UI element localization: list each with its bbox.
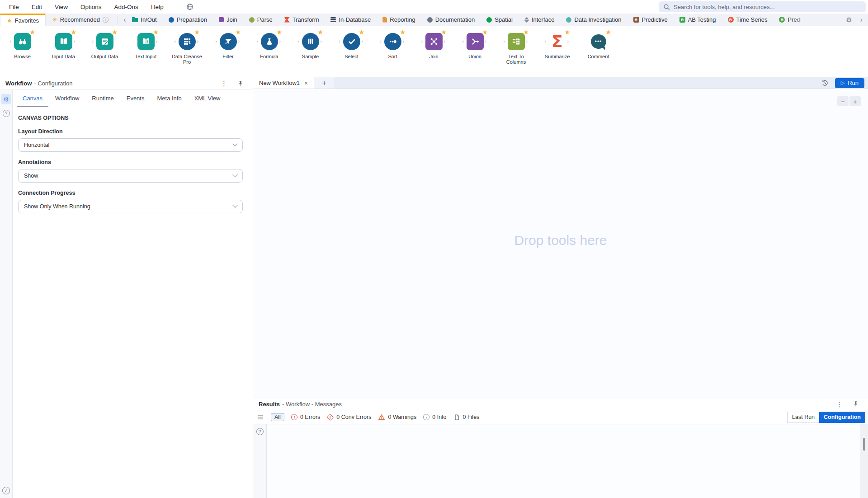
favorite-star-icon[interactable]: ★ xyxy=(276,29,282,35)
pin-icon[interactable] xyxy=(237,80,244,87)
favorite-star-icon[interactable]: ★ xyxy=(112,29,118,35)
pin-icon[interactable] xyxy=(853,401,859,407)
tab-preparation[interactable]: Preparation xyxy=(169,16,207,23)
annotations-select[interactable]: Show xyxy=(18,169,243,183)
tab-favorites[interactable]: ★ Favorites xyxy=(0,14,46,26)
info-icon: i xyxy=(423,414,429,420)
tool-summarize[interactable]: ★ › Σ › Summarize xyxy=(537,26,578,77)
tab-canvas[interactable]: Canvas xyxy=(17,91,48,107)
tab-interface[interactable]: Interface xyxy=(524,16,555,23)
favorite-star-icon[interactable]: ★ xyxy=(29,29,35,35)
recommended-info-icon[interactable]: i xyxy=(103,17,108,23)
tab-xml-view[interactable]: XML View xyxy=(189,91,226,107)
tool-text-to-columns[interactable]: ★ › › Text To Columns xyxy=(495,26,537,77)
tab-data-investigation[interactable]: Data Investigation xyxy=(566,16,621,23)
connection-progress-select[interactable]: Show Only When Running xyxy=(18,200,243,213)
tool-label: Select xyxy=(344,54,359,59)
last-run-button[interactable]: Last Run xyxy=(787,412,819,423)
tab-runtime[interactable]: Runtime xyxy=(86,91,119,107)
tool-join[interactable]: ★ › › Join xyxy=(413,26,454,77)
tool-output-data[interactable]: ★ › › Output Data xyxy=(84,26,125,77)
panel-menu-kebab-icon[interactable]: ⋮ xyxy=(836,401,843,408)
validation-check-icon[interactable]: ✓ xyxy=(2,487,10,494)
favorite-star-icon[interactable]: ★ xyxy=(523,29,529,35)
tool-union[interactable]: ★ › › Union xyxy=(454,26,495,77)
menu-help[interactable]: Help xyxy=(151,4,164,10)
favorite-star-icon[interactable]: ★ xyxy=(605,29,611,35)
favorite-star-icon[interactable]: ★ xyxy=(194,29,200,35)
favorite-star-icon[interactable]: ★ xyxy=(359,29,364,35)
tab-meta-info[interactable]: Meta Info xyxy=(151,91,187,107)
filter-all-button[interactable]: All xyxy=(271,413,284,421)
palette-settings-gear-icon[interactable]: ⚙ xyxy=(846,16,852,24)
layout-direction-select[interactable]: Horizontal xyxy=(18,138,243,152)
tool-comment[interactable]: ★ › ••• › Comment xyxy=(578,26,619,77)
tool-formula[interactable]: ★ › › Formula xyxy=(249,26,290,77)
menu-addons[interactable]: Add-Ons xyxy=(114,4,138,10)
new-tab-button[interactable]: + xyxy=(314,77,334,89)
documentation-circle-icon xyxy=(427,17,433,23)
tab-recommended[interactable]: ☀ Recommended i xyxy=(46,14,115,26)
scroll-right-icon[interactable]: › xyxy=(858,16,865,23)
configuration-gear-icon[interactable]: ⚙ xyxy=(1,94,11,104)
filter-files-button[interactable]: 0 Files xyxy=(453,414,480,421)
tab-events[interactable]: Events xyxy=(121,91,151,107)
tab-spatial[interactable]: Spatial xyxy=(486,16,513,23)
menu-edit[interactable]: Edit xyxy=(32,4,42,10)
zoom-out-button[interactable]: − xyxy=(837,96,849,106)
zoom-in-button[interactable]: + xyxy=(849,96,861,106)
tool-select[interactable]: ★ › › Select xyxy=(331,26,372,77)
filter-warnings-button[interactable]: 0 Warnings xyxy=(378,413,416,421)
tab-transform[interactable]: Transform xyxy=(284,16,319,23)
tool-browse[interactable]: ★ › › Browse xyxy=(2,26,43,77)
filter-info-button[interactable]: i 0 Info xyxy=(423,414,446,420)
favorite-star-icon[interactable]: ★ xyxy=(564,29,570,35)
workflow-canvas[interactable]: − + Drop tools here xyxy=(253,89,868,398)
configuration-view-button[interactable]: Configuration xyxy=(819,412,865,423)
results-messages-area[interactable] xyxy=(267,424,868,498)
tool-data-cleanse-pro[interactable]: ★ › › Data Cleanse Pro xyxy=(166,26,208,77)
favorite-star-icon[interactable]: ★ xyxy=(482,29,488,35)
results-help-icon[interactable]: ? xyxy=(256,428,264,435)
tool-filter[interactable]: ★ › › Filter xyxy=(208,26,249,77)
tab-ab-testing[interactable]: RAB Testing xyxy=(679,16,716,23)
tab-documentation[interactable]: Documentation xyxy=(427,16,475,23)
favorite-star-icon[interactable]: ★ xyxy=(400,29,406,35)
tab-join[interactable]: Join xyxy=(219,16,237,23)
scroll-left-icon[interactable]: ‹ xyxy=(121,16,128,23)
tab-predi-truncated[interactable]: RPredi xyxy=(779,16,801,23)
version-history-icon[interactable] xyxy=(821,79,829,87)
tab-indatabase[interactable]: In-Database xyxy=(330,16,371,23)
menu-file[interactable]: File xyxy=(9,4,19,10)
favorite-star-icon[interactable]: ★ xyxy=(235,29,241,35)
menu-view[interactable]: View xyxy=(55,4,68,10)
tool-text-input[interactable]: ★ › › Text Input xyxy=(125,26,166,77)
scrollbar-thumb[interactable] xyxy=(863,438,865,451)
favorite-star-icon[interactable]: ★ xyxy=(153,29,159,35)
workflow-tab[interactable]: New Workflow1 × xyxy=(253,77,314,89)
filter-conv-errors-button[interactable]: ! 0 Conv Errors xyxy=(327,414,371,420)
tool-sort[interactable]: ★ › › Sort xyxy=(372,26,413,77)
message-list-icon[interactable] xyxy=(257,413,264,421)
tab-predictive[interactable]: RPredictive xyxy=(633,16,668,23)
tab-inout[interactable]: In/Out xyxy=(132,16,156,23)
search-input[interactable]: Search for tools, help, and resources... xyxy=(659,1,866,12)
tab-reporting[interactable]: Reporting xyxy=(382,16,415,23)
tab-parse[interactable]: Parse xyxy=(249,16,273,23)
tool-label: Union xyxy=(468,54,481,59)
run-button[interactable]: ▷ Run xyxy=(835,78,864,88)
menu-options[interactable]: Options xyxy=(80,4,102,10)
tool-input-data[interactable]: ★ › › Input Data xyxy=(43,26,84,77)
favorite-star-icon[interactable]: ★ xyxy=(441,29,447,35)
favorite-star-icon[interactable]: ★ xyxy=(71,29,76,35)
close-tab-icon[interactable]: × xyxy=(304,80,308,87)
tab-workflow[interactable]: Workflow xyxy=(49,91,85,107)
filter-errors-button[interactable]: ! 0 Errors xyxy=(291,414,320,420)
results-scrollbar[interactable] xyxy=(860,424,868,498)
help-icon[interactable]: ? xyxy=(3,110,10,117)
panel-menu-kebab-icon[interactable]: ⋮ xyxy=(221,80,227,87)
favorite-star-icon[interactable]: ★ xyxy=(317,29,323,35)
globe-icon[interactable] xyxy=(186,3,193,10)
tool-sample[interactable]: ★ › › Sample xyxy=(290,26,331,77)
tab-time-series[interactable]: RTime Series xyxy=(728,16,768,23)
